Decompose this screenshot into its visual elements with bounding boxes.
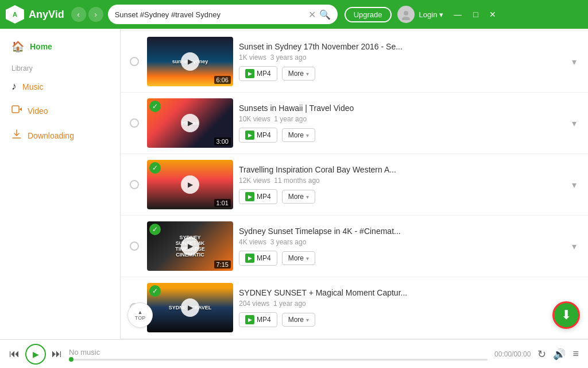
expand-button-1[interactable]: ▾ xyxy=(567,118,581,129)
expand-button-0[interactable]: ▾ xyxy=(567,56,581,67)
checkbox-area-2[interactable] xyxy=(127,180,141,189)
checkbox-2[interactable] xyxy=(130,180,139,189)
music-label: Music xyxy=(22,82,44,91)
avatar xyxy=(397,6,415,23)
maximize-button[interactable]: □ xyxy=(470,9,481,20)
mp4-icon-0: ▶ xyxy=(245,69,254,78)
app-logo-icon: A xyxy=(6,5,24,24)
more-button-3[interactable]: More ▾ xyxy=(282,251,315,265)
logo-area: A AnyVid xyxy=(6,5,64,24)
track-info: No music xyxy=(69,348,488,361)
svg-text:A: A xyxy=(13,11,17,18)
play-overlay-2[interactable]: ▶ xyxy=(181,175,199,194)
result-meta-3: 4K views 3 years ago xyxy=(239,238,567,246)
downloading-label: Downloading xyxy=(28,131,74,140)
sidebar-item-music[interactable]: ♪ Music xyxy=(0,75,120,98)
volume-button[interactable]: 🔊 xyxy=(553,348,566,361)
check-badge-1: ✓ xyxy=(149,101,161,112)
mp4-button-3[interactable]: ▶ MP4 xyxy=(239,251,277,266)
checkbox-area-3[interactable] xyxy=(127,241,141,251)
sidebar-item-home[interactable]: 🏠 Home xyxy=(0,34,120,59)
thumbnail-2[interactable]: ✓ ▶ 1:01 xyxy=(147,160,233,209)
play-overlay-0[interactable]: ▶ xyxy=(181,52,199,71)
upgrade-button[interactable]: Upgrade xyxy=(345,7,392,22)
scroll-top-button[interactable]: ▲ TOP xyxy=(127,302,153,328)
track-progress[interactable] xyxy=(69,359,488,361)
thumbnail-3[interactable]: SYDNEY SUNSET 4K TIMELAPSE CINEMATIC ✓ ▶… xyxy=(147,221,233,271)
checkbox-0[interactable] xyxy=(130,57,139,66)
more-label-1: More xyxy=(288,131,304,139)
result-info-4: SYDNEY SUNSET + Magical Moment Captur...… xyxy=(239,288,567,327)
main-layout: 🏠 Home Library ♪ Music Video Downloading xyxy=(0,29,588,339)
sidebar-item-video[interactable]: Video xyxy=(0,98,120,123)
mp4-button-4[interactable]: ▶ MP4 xyxy=(239,312,277,327)
close-button[interactable]: ✕ xyxy=(486,9,500,20)
chevron-down-icon-4: ▾ xyxy=(306,317,309,323)
login-button[interactable]: Login ▾ xyxy=(419,10,443,19)
play-overlay-4[interactable]: ▶ xyxy=(181,298,199,317)
duration-badge-0: 6:06 xyxy=(214,76,231,84)
prev-button[interactable]: ⏮ xyxy=(9,348,20,360)
player-bar: ⏮ ▶ ⏭ No music 00:00/00:00 ↻ 🔊 ≡ xyxy=(0,339,588,368)
sidebar-item-downloading[interactable]: Downloading xyxy=(0,123,120,148)
player-extra-controls: ↻ 🔊 ≡ xyxy=(537,348,579,361)
check-badge-2: ✓ xyxy=(149,162,161,174)
result-meta-2: 12K views 11 months ago xyxy=(239,177,567,185)
result-info-0: Sunset in Sydney 17th November 2016 - Se… xyxy=(239,42,567,81)
search-icon[interactable]: 🔍 xyxy=(319,9,331,20)
thumbnail-1[interactable]: Hawaii ✓ ▶ 3:00 xyxy=(147,98,233,148)
more-button-0[interactable]: More ▾ xyxy=(282,67,315,80)
results-list[interactable]: sunset sydney ▶ 6:06 Sunset in Sydney 17… xyxy=(121,29,588,339)
repeat-button[interactable]: ↻ xyxy=(537,348,546,361)
next-button[interactable]: ⏭ xyxy=(52,348,62,360)
more-button-2[interactable]: More ▾ xyxy=(282,190,315,204)
forward-button[interactable]: › xyxy=(88,7,103,22)
more-button-4[interactable]: More ▾ xyxy=(282,313,315,327)
sidebar: 🏠 Home Library ♪ Music Video Downloading xyxy=(0,29,121,339)
mp4-button-2[interactable]: ▶ MP4 xyxy=(239,189,277,204)
mp4-icon-1: ▶ xyxy=(245,131,254,140)
result-info-2: Travelling Inspiration Coral Bay Western… xyxy=(239,165,567,204)
table-row: sunset sydney ▶ 6:06 Sunset in Sydney 17… xyxy=(121,31,588,93)
result-actions-2: ▶ MP4 More ▾ xyxy=(239,189,567,204)
home-label: Home xyxy=(30,42,52,51)
svg-point-3 xyxy=(402,17,410,20)
result-info-3: Sydney Sunset Timelapse in 4K - #Cinemat… xyxy=(239,227,567,266)
nav-arrows: ‹ › xyxy=(71,7,103,22)
result-info-1: Sunsets in Hawaii | Travel Video 10K vie… xyxy=(239,103,567,143)
expand-button-3[interactable]: ▾ xyxy=(567,241,581,252)
music-icon: ♪ xyxy=(11,80,17,93)
check-badge-3: ✓ xyxy=(149,224,161,235)
mp4-label-1: MP4 xyxy=(257,131,271,139)
up-arrow-icon: ▲ xyxy=(138,309,143,315)
checkbox-area-1[interactable] xyxy=(127,118,141,128)
checkbox-3[interactable] xyxy=(130,241,139,251)
back-button[interactable]: ‹ xyxy=(71,7,86,22)
video-label: Video xyxy=(28,106,48,116)
checkbox-1[interactable] xyxy=(130,118,139,128)
result-meta-1: 10K views 1 year ago xyxy=(239,115,567,123)
home-icon: 🏠 xyxy=(11,40,24,53)
mp4-icon-3: ▶ xyxy=(245,254,254,263)
checkbox-area-0[interactable] xyxy=(127,57,141,66)
player-controls: ⏮ ▶ ⏭ xyxy=(9,344,62,365)
thumbnail-0[interactable]: sunset sydney ▶ 6:06 xyxy=(147,37,233,86)
mp4-button-0[interactable]: ▶ MP4 xyxy=(239,66,277,81)
play-overlay-1[interactable]: ▶ xyxy=(181,114,199,132)
mp4-button-1[interactable]: ▶ MP4 xyxy=(239,128,277,143)
chevron-down-icon-1: ▾ xyxy=(306,132,309,139)
thumbnail-4[interactable]: SYDNEY TRAVEL ✓ ▶ xyxy=(147,283,233,332)
more-label-2: More xyxy=(288,193,304,201)
search-clear-icon[interactable]: ✕ xyxy=(308,9,316,20)
search-text: Sunset #Sydney #travel Sydney xyxy=(115,10,308,19)
more-label-0: More xyxy=(288,70,304,78)
minimize-button[interactable]: — xyxy=(450,9,465,20)
play-overlay-3[interactable]: ▶ xyxy=(181,237,199,255)
queue-button[interactable]: ≡ xyxy=(572,348,579,360)
content-area: sunset sydney ▶ 6:06 Sunset in Sydney 17… xyxy=(121,29,588,339)
more-button-1[interactable]: More ▾ xyxy=(282,128,315,142)
play-button[interactable]: ▶ xyxy=(25,344,46,365)
result-actions-1: ▶ MP4 More ▾ xyxy=(239,128,567,143)
expand-button-2[interactable]: ▾ xyxy=(567,179,581,190)
download-fab-button[interactable]: ⬇ xyxy=(552,301,580,329)
